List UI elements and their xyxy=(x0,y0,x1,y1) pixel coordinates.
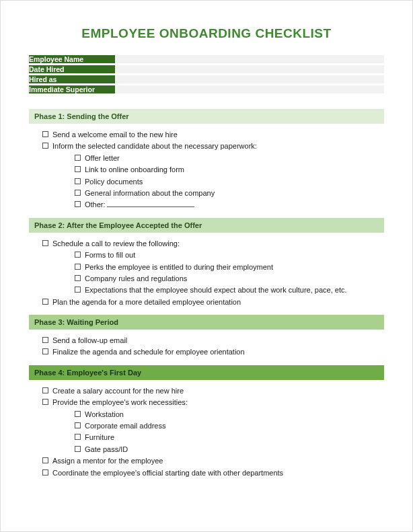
checkbox-icon xyxy=(42,387,48,393)
item-text: Coordinate the employee's official start… xyxy=(52,468,384,478)
list-item: Expectations that the employee should ex… xyxy=(75,284,384,296)
phase-2-header: Phase 2: After the Employee Accepted the… xyxy=(29,218,384,233)
checkbox-icon xyxy=(75,264,81,270)
checkbox-icon xyxy=(42,299,48,305)
info-value xyxy=(115,65,384,73)
table-row: Immediate Superior xyxy=(29,85,384,93)
item-text: Policy documents xyxy=(85,177,384,187)
checkbox-icon xyxy=(75,166,81,172)
info-label: Immediate Superior xyxy=(29,85,115,93)
checkbox-icon xyxy=(75,287,81,293)
blank-line xyxy=(107,200,194,207)
list-item: Corporate email address xyxy=(75,420,384,432)
table-row: Employee Name xyxy=(29,55,384,63)
item-text: Workstation xyxy=(85,410,384,420)
checkbox-icon xyxy=(75,422,81,428)
item-text: Perks the employee is entitled to during… xyxy=(85,262,384,272)
list-item: Send a welcome email to the new hire xyxy=(42,129,384,141)
item-text: Plan the agenda for a more detailed empl… xyxy=(52,297,384,307)
checkbox-icon xyxy=(75,201,81,207)
list-item: Forms to fill out xyxy=(75,250,384,261)
list-item: Coordinate the employee's official start… xyxy=(42,467,384,479)
item-text: Link to online onboarding form xyxy=(85,165,384,175)
item-text: Schedule a call to review the following: xyxy=(52,239,384,249)
checkbox-icon xyxy=(42,131,48,137)
list-item: Workstation xyxy=(75,409,384,420)
item-text: Company rules and regulations xyxy=(85,274,384,284)
phase-1-header: Phase 1: Sending the Offer xyxy=(29,109,384,124)
checkbox-icon xyxy=(75,411,81,417)
item-text: Forms to fill out xyxy=(85,250,384,260)
phase-4-items: Create a salary account for the new hire… xyxy=(29,380,384,484)
info-value xyxy=(115,85,384,93)
checkbox-icon xyxy=(75,434,81,440)
phase-1-items: Send a welcome email to the new hire Inf… xyxy=(29,124,384,217)
list-item: Offer letter xyxy=(75,153,384,164)
info-label: Hired as xyxy=(29,75,115,83)
checkbox-icon xyxy=(42,240,48,246)
checkbox-icon xyxy=(42,348,48,354)
item-text: Assign a mentor for the employee xyxy=(52,456,384,466)
info-table: Employee Name Date Hired Hired as Immedi… xyxy=(29,53,384,96)
info-value xyxy=(115,75,384,83)
checkbox-icon xyxy=(75,446,81,452)
item-text: Corporate email address xyxy=(85,421,384,431)
checkbox-icon xyxy=(75,275,81,281)
table-row: Date Hired xyxy=(29,65,384,73)
item-text: Other: xyxy=(85,200,384,210)
phase-3-header: Phase 3: Waiting Period xyxy=(29,315,384,330)
item-text: Send a follow-up email xyxy=(52,336,384,346)
list-item: Inform the selected candidate about the … xyxy=(42,141,384,152)
checkbox-icon xyxy=(42,457,48,463)
checkbox-icon xyxy=(42,399,48,405)
list-item: General information about the company xyxy=(75,188,384,199)
item-text: Provide the employee's work necessities: xyxy=(52,397,384,408)
info-value xyxy=(115,55,384,63)
list-item: Other: xyxy=(75,199,384,211)
list-item: Schedule a call to review the following: xyxy=(42,238,384,250)
item-text: Furniture xyxy=(85,432,384,443)
item-text: Expectations that the employee should ex… xyxy=(85,285,384,295)
list-item: Send a follow-up email xyxy=(42,335,384,346)
list-item: Assign a mentor for the employee xyxy=(42,455,384,467)
list-item: Finalize the agenda and schedule for emp… xyxy=(42,346,384,358)
phase-4-header: Phase 4: Employee's First Day xyxy=(29,365,384,380)
checkbox-icon xyxy=(75,252,81,258)
checkbox-icon xyxy=(75,190,81,196)
phase-2-items: Schedule a call to review the following:… xyxy=(29,233,384,313)
table-row: Hired as xyxy=(29,75,384,83)
item-text: Create a salary account for the new hire xyxy=(52,386,384,396)
sub-items: Forms to fill out Perks the employee is … xyxy=(42,250,384,297)
item-text: Finalize the agenda and schedule for emp… xyxy=(52,347,384,357)
item-text: Send a welcome email to the new hire xyxy=(52,130,384,140)
sub-items: Offer letter Link to online onboarding f… xyxy=(42,153,384,211)
document-title: EMPLOYEE ONBOARDING CHECKLIST xyxy=(29,26,384,41)
list-item: Perks the employee is entitled to during… xyxy=(75,262,384,273)
info-label: Date Hired xyxy=(29,65,115,73)
list-item: Provide the employee's work necessities: xyxy=(42,397,384,408)
list-item: Link to online onboarding form xyxy=(75,164,384,176)
list-item: Gate pass/ID xyxy=(75,444,384,455)
item-text: General information about the company xyxy=(85,188,384,198)
item-text: Gate pass/ID xyxy=(85,445,384,455)
checkbox-icon xyxy=(75,155,81,161)
checkbox-icon xyxy=(42,143,48,149)
info-label: Employee Name xyxy=(29,55,115,63)
list-item: Plan the agenda for a more detailed empl… xyxy=(42,297,384,308)
sub-items: Workstation Corporate email address Furn… xyxy=(42,409,384,456)
list-item: Furniture xyxy=(75,432,384,443)
checkbox-icon xyxy=(42,337,48,343)
list-item: Create a salary account for the new hire xyxy=(42,385,384,397)
list-item: Policy documents xyxy=(75,176,384,188)
item-text: Offer letter xyxy=(85,153,384,163)
checkbox-icon xyxy=(42,469,48,476)
item-text: Inform the selected candidate about the … xyxy=(52,141,384,151)
list-item: Company rules and regulations xyxy=(75,273,384,284)
phase-3-items: Send a follow-up email Finalize the agen… xyxy=(29,330,384,364)
checkbox-icon xyxy=(75,178,81,184)
